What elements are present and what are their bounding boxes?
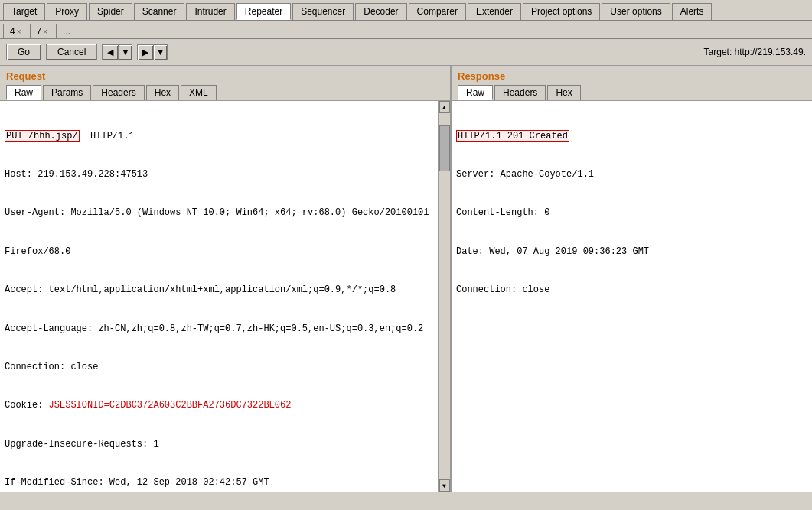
response-content-wrapper: HTTP/1.1 201 Created Server: Apache-Coyo…: [452, 101, 812, 492]
tab-sequencer[interactable]: Sequencer: [292, 3, 354, 20]
tab-comparer[interactable]: Comparer: [409, 3, 466, 20]
tab-user-options[interactable]: User options: [602, 3, 670, 20]
go-button[interactable]: Go: [6, 44, 41, 60]
request-tab-raw[interactable]: Raw: [6, 85, 41, 100]
tab-spider[interactable]: Spider: [89, 3, 132, 20]
target-info: Target: http://219.153.49.: [704, 47, 806, 57]
scroll-down-arrow[interactable]: ▼: [439, 479, 450, 492]
tab-repeater[interactable]: Repeater: [236, 3, 291, 20]
sub-tab-7[interactable]: 7 ×: [30, 24, 55, 38]
tab-project-options[interactable]: Project options: [523, 3, 600, 20]
request-line-1: PUT /hhh.jsp/ HTTP/1.1: [5, 130, 433, 143]
response-text-content[interactable]: HTTP/1.1 201 Created Server: Apache-Coyo…: [452, 101, 812, 492]
tab-decoder[interactable]: Decoder: [355, 3, 406, 20]
response-panel: Response Raw Headers Hex HTTP/1.1 201 Cr…: [452, 66, 812, 492]
request-tab-headers[interactable]: Headers: [93, 85, 144, 100]
forward-button[interactable]: ▶: [137, 44, 154, 60]
request-line-4: Firefox/68.0: [5, 245, 433, 258]
scroll-up-arrow[interactable]: ▲: [439, 101, 450, 113]
request-panel: Request Raw Params Headers Hex XML PUT /…: [0, 66, 452, 492]
sub-tab-7-close[interactable]: ×: [43, 28, 47, 36]
request-line-9: Upgrade-Insecure-Requests: 1: [5, 438, 433, 451]
sub-tab-4-close[interactable]: ×: [17, 28, 21, 36]
top-tab-bar: Target Proxy Spider Scanner Intruder Rep…: [0, 0, 812, 21]
request-line-5: Accept: text/html,application/xhtml+xml,…: [5, 284, 433, 297]
request-content-wrapper: PUT /hhh.jsp/ HTTP/1.1 Host: 219.153.49.…: [0, 101, 450, 492]
status-highlight: HTTP/1.1 201 Created: [456, 130, 569, 142]
sub-tab-more[interactable]: ...: [56, 24, 77, 38]
request-line-6: Accept-Language: zh-CN,zh;q=0.8,zh-TW;q=…: [5, 323, 433, 336]
tab-scanner[interactable]: Scanner: [134, 3, 185, 20]
response-line-4: Date: Wed, 07 Aug 2019 09:36:23 GMT: [456, 245, 807, 258]
request-tab-params[interactable]: Params: [43, 85, 91, 100]
response-line-2: Server: Apache-Coyote/1.1: [456, 168, 807, 181]
back-button[interactable]: ◀: [102, 44, 119, 60]
sub-tab-7-label: 7: [37, 26, 42, 37]
cancel-button[interactable]: Cancel: [46, 44, 97, 60]
response-tabs: Raw Headers Hex: [452, 83, 812, 101]
request-tabs: Raw Params Headers Hex XML: [0, 83, 450, 101]
sub-tab-4[interactable]: 4 ×: [3, 24, 28, 38]
tab-target[interactable]: Target: [3, 3, 45, 20]
request-text-content[interactable]: PUT /hhh.jsp/ HTTP/1.1 Host: 219.153.49.…: [0, 101, 438, 492]
response-title: Response: [452, 66, 812, 83]
tab-extender[interactable]: Extender: [468, 3, 521, 20]
scroll-thumb[interactable]: [439, 125, 450, 171]
request-line-3: User-Agent: Mozilla/5.0 (Windows NT 10.0…: [5, 206, 433, 219]
request-line-8: Cookie: JSESSIONID=C2DBC372A603C2BBFA273…: [5, 399, 433, 412]
sub-tab-4-label: 4: [10, 26, 15, 37]
tab-proxy[interactable]: Proxy: [47, 3, 87, 20]
cookie-value: JSESSIONID=C2DBC372A603C2BBFA2736DC7322B…: [49, 400, 292, 411]
tab-intruder[interactable]: Intruder: [186, 3, 234, 20]
request-title: Request: [0, 66, 450, 83]
toolbar: Go Cancel ◀ ▼ ▶ ▼ Target: http://219.153…: [0, 39, 812, 66]
sub-tab-bar: 4 × 7 × ...: [0, 21, 812, 39]
response-line-5: Connection: close: [456, 284, 807, 297]
request-line-7: Connection: close: [5, 361, 433, 374]
request-scrollbar[interactable]: ▲ ▼: [438, 101, 450, 492]
request-line-10: If-Modified-Since: Wed, 12 Sep 2018 02:4…: [5, 476, 433, 489]
response-tab-headers[interactable]: Headers: [494, 85, 546, 100]
response-tab-raw[interactable]: Raw: [458, 85, 493, 100]
main-content: Request Raw Params Headers Hex XML PUT /…: [0, 66, 812, 492]
back-dropdown[interactable]: ▼: [119, 44, 132, 60]
response-tab-hex[interactable]: Hex: [547, 85, 580, 100]
request-tab-xml[interactable]: XML: [181, 85, 217, 100]
response-line-3: Content-Length: 0: [456, 206, 807, 219]
response-line-1: HTTP/1.1 201 Created: [456, 130, 807, 143]
forward-dropdown[interactable]: ▼: [154, 44, 168, 60]
put-highlight: PUT /hhh.jsp/: [5, 130, 80, 142]
request-line-2: Host: 219.153.49.228:47513: [5, 168, 433, 181]
tab-alerts[interactable]: Alerts: [672, 3, 713, 20]
request-tab-hex[interactable]: Hex: [146, 85, 179, 100]
